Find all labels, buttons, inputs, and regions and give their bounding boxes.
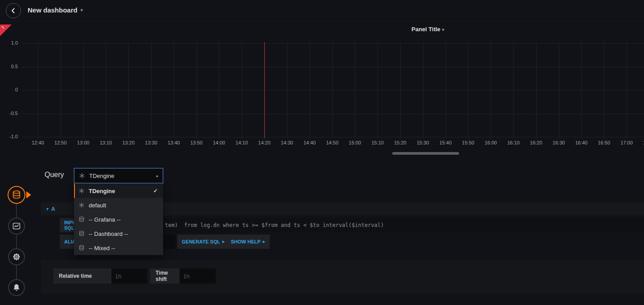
tdengine-icon bbox=[79, 173, 85, 179]
x-axis-tick-label: 15:50 bbox=[457, 140, 479, 145]
dashboard-title-text: New dashboard bbox=[28, 6, 78, 14]
grid-vline bbox=[151, 42, 152, 138]
back-button[interactable] bbox=[6, 3, 21, 18]
bell-icon bbox=[12, 283, 21, 292]
x-axis-tick-label: 13:30 bbox=[140, 140, 162, 145]
tab-general[interactable] bbox=[8, 248, 25, 265]
grid-vline bbox=[627, 42, 627, 138]
grid-vline bbox=[61, 42, 61, 138]
x-axis-tick-label: 14:40 bbox=[299, 140, 321, 145]
grid-vline bbox=[38, 42, 38, 138]
datasource-dropdown-menu: TDengine ✓ default -- Grafana -- -- Dash… bbox=[74, 184, 163, 255]
x-axis-tick-label: 14:30 bbox=[276, 140, 298, 145]
x-axis-tick-label: 14:00 bbox=[208, 140, 230, 145]
x-axis-tick-label: 16:20 bbox=[525, 140, 547, 145]
x-axis-tick-label: 15:20 bbox=[389, 140, 411, 145]
query-section-label: Query bbox=[45, 171, 64, 179]
annotation-vline bbox=[264, 42, 265, 138]
grid-vline bbox=[242, 42, 242, 138]
x-axis-tick-label: 16:00 bbox=[480, 140, 502, 145]
collapse-caret-icon: ▾ bbox=[46, 207, 49, 211]
datasource-option-mixed[interactable]: -- Mixed -- bbox=[74, 241, 163, 255]
x-axis-tick-label: 14:10 bbox=[230, 140, 253, 145]
tab-rail-connector bbox=[16, 195, 17, 288]
check-icon: ✓ bbox=[153, 188, 158, 194]
y-axis-tick-label: -0.5 bbox=[0, 111, 18, 116]
caret-right-icon: ▸ bbox=[263, 239, 265, 244]
grid-vline bbox=[468, 42, 468, 138]
grid-vline bbox=[423, 42, 423, 138]
horizontal-scrollbar-thumb[interactable] bbox=[392, 152, 459, 155]
x-axis-tick-label: 13:00 bbox=[72, 140, 94, 145]
y-axis-tick-label: -1.0 bbox=[0, 134, 18, 139]
datasource-select[interactable]: TDengine ▴ bbox=[74, 168, 163, 183]
database-icon bbox=[78, 245, 85, 251]
gear-icon bbox=[12, 252, 21, 261]
x-axis-tick-label: 15:30 bbox=[412, 140, 434, 145]
x-axis-tick-label: 15:40 bbox=[435, 140, 457, 145]
grid-vline bbox=[581, 42, 582, 138]
x-axis-tick-label: 17:00 bbox=[615, 140, 638, 145]
grid-vline bbox=[400, 42, 401, 138]
x-axis-tick-label: 13:10 bbox=[94, 140, 117, 145]
grid-vline bbox=[174, 42, 174, 138]
x-axis-tick-label: 16:10 bbox=[502, 140, 525, 145]
y-axis-tick-label: 1.0 bbox=[0, 40, 18, 45]
relative-time-input[interactable] bbox=[111, 268, 147, 284]
time-series-chart: 1.00.50-0.5-1.012:4012:5013:0013:1013:20… bbox=[0, 25, 644, 154]
x-axis-tick-label: 14:50 bbox=[321, 140, 344, 145]
grid-vline bbox=[219, 42, 219, 138]
grid-vline bbox=[559, 42, 559, 138]
tab-queries[interactable] bbox=[8, 186, 25, 204]
tdengine-icon bbox=[78, 188, 85, 194]
grid-vline bbox=[83, 42, 84, 138]
tab-alert[interactable] bbox=[8, 279, 25, 296]
caret-up-icon: ▴ bbox=[156, 173, 158, 178]
y-axis-tick-label: 0 bbox=[0, 87, 18, 92]
generate-sql-button[interactable]: GENERATE SQL ▸ bbox=[177, 235, 229, 249]
x-axis-tick-label: 13:50 bbox=[185, 140, 208, 145]
grid-vline bbox=[106, 42, 106, 138]
x-axis-tick-label: 16:50 bbox=[593, 140, 615, 145]
x-axis-tick-label: 13:20 bbox=[117, 140, 139, 145]
dashboard-title[interactable]: New dashboard ▾ bbox=[28, 6, 83, 14]
grid-vline bbox=[287, 42, 287, 138]
x-axis-tick-label: 15:10 bbox=[366, 140, 389, 145]
active-tab-arrow-icon bbox=[26, 191, 31, 198]
datasource-option-tdengine[interactable]: TDengine ✓ bbox=[74, 184, 163, 198]
x-axis-tick-label: 14:20 bbox=[253, 140, 275, 145]
tab-visualization[interactable] bbox=[8, 218, 25, 235]
datasource-selected-value: TDengine bbox=[89, 173, 152, 179]
tdengine-icon bbox=[78, 202, 85, 208]
input-sql-text[interactable]: tem) from log.dn where ts >= $from and t… bbox=[165, 218, 384, 232]
grid-vline bbox=[377, 42, 378, 138]
x-axis-tick-label: 15:00 bbox=[344, 140, 366, 145]
x-axis-tick-label: 17:10 bbox=[638, 140, 644, 145]
grid-vline bbox=[310, 42, 310, 138]
x-axis-tick-label: 12:50 bbox=[49, 140, 72, 145]
database-icon bbox=[78, 216, 85, 223]
x-axis-tick-label: 12:40 bbox=[27, 140, 49, 145]
query-ref-letter: A bbox=[51, 206, 55, 212]
caret-right-icon: ▸ bbox=[222, 239, 225, 244]
database-icon bbox=[12, 190, 21, 200]
grid-vline bbox=[536, 42, 537, 138]
grid-vline bbox=[513, 42, 514, 138]
show-help-button[interactable]: SHOW HELP ▸ bbox=[226, 235, 270, 249]
y-axis-tick-label: 0.5 bbox=[0, 64, 18, 69]
grid-vline bbox=[332, 42, 333, 138]
datasource-option-grafana[interactable]: -- Grafana -- bbox=[74, 212, 163, 227]
datasource-option-dashboard[interactable]: -- Dashboard -- bbox=[74, 227, 163, 241]
top-bar: New dashboard ▾ bbox=[0, 0, 644, 21]
x-axis-tick-label: 16:40 bbox=[570, 140, 592, 145]
back-arrow-icon bbox=[10, 7, 17, 14]
query-options-strip: Relative time Time shift bbox=[41, 260, 644, 294]
time-shift-input[interactable] bbox=[180, 268, 216, 284]
grid-vline bbox=[128, 42, 129, 138]
grid-vline bbox=[446, 42, 446, 138]
grid-vline bbox=[604, 42, 604, 138]
relative-time-label: Relative time bbox=[53, 268, 111, 284]
chart-icon bbox=[12, 222, 21, 231]
datasource-option-default[interactable]: default bbox=[74, 198, 163, 212]
chevron-down-icon: ▾ bbox=[81, 8, 83, 12]
